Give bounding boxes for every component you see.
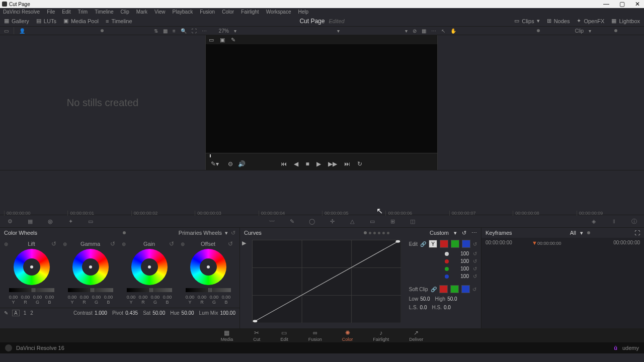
wheel-value[interactable]: 0.00 <box>126 295 136 300</box>
color-match-icon[interactable]: ▦ <box>25 217 35 225</box>
user-icon[interactable]: 👤 <box>19 28 25 34</box>
menu-fusion[interactable]: Fusion <box>200 9 215 15</box>
master-slider[interactable] <box>186 288 231 292</box>
slider-dot[interactable] <box>101 29 104 32</box>
viewer-scrubber[interactable] <box>206 153 437 158</box>
menu-view[interactable]: View <box>154 9 166 15</box>
wheel-value[interactable]: 0.00 <box>92 295 102 300</box>
mediapool-button[interactable]: ▣Media Pool <box>63 18 99 24</box>
menu-workspace[interactable]: Workspace <box>266 9 291 15</box>
menu-davinci[interactable]: DaVinci Resolve <box>3 9 40 15</box>
clips-button[interactable]: ▭Clips▾ <box>514 18 539 24</box>
master-slider[interactable] <box>68 288 113 292</box>
picker-icon[interactable]: ✎ <box>4 310 8 316</box>
menu-fairlight[interactable]: Fairlight <box>241 9 259 15</box>
page-fusion[interactable]: ∞Fusion <box>308 329 322 342</box>
adj-value[interactable]: 1.000 <box>95 310 107 316</box>
link-icon[interactable]: 🔗 <box>431 287 437 292</box>
menu-trim[interactable]: Trim <box>78 9 88 15</box>
luts-button[interactable]: ▤LUTs <box>36 18 56 24</box>
page-1[interactable]: 1 <box>24 310 27 316</box>
wheel-value[interactable]: 0.00 <box>67 295 77 300</box>
picker-icon[interactable]: ⊕ <box>181 241 185 247</box>
lightbox-button[interactable]: ▦Lightbox <box>611 18 640 24</box>
reset-icon[interactable]: ↺ <box>472 287 476 292</box>
more-icon[interactable]: ⋯ <box>202 28 207 34</box>
keyframe-mode-icon[interactable]: ◈ <box>589 217 599 225</box>
stop-button[interactable]: ■ <box>305 160 309 167</box>
wheel-value[interactable]: 0.00 <box>163 295 173 300</box>
channel-r-button[interactable] <box>440 240 448 248</box>
color-wheel[interactable] <box>190 249 226 285</box>
clip-timeline[interactable]: 00:00:00:00 00:00:00:01 00:00:00:02 00:0… <box>0 170 644 215</box>
split-icon[interactable]: ⊘ <box>413 28 417 34</box>
close-button[interactable]: ✕ <box>633 1 642 8</box>
picker-icon[interactable]: ⊕ <box>63 241 67 247</box>
dd2-icon[interactable]: ▾ <box>405 28 408 34</box>
next-frame-button[interactable]: ▶▶ <box>328 160 337 167</box>
last-frame-button[interactable]: ⏭ <box>344 160 350 167</box>
rgb-mixer-icon[interactable]: ✦ <box>65 217 75 225</box>
sort-icon[interactable]: ⇅ <box>154 28 158 34</box>
page-cut[interactable]: ✂Cut <box>253 329 260 342</box>
viewer-wand-icon[interactable]: ✎ <box>231 37 235 43</box>
color-wheels-icon[interactable]: ◎ <box>45 217 55 225</box>
master-slider[interactable] <box>9 288 54 292</box>
auto-icon[interactable]: A <box>12 310 20 316</box>
sc-r-button[interactable] <box>439 285 448 293</box>
sc-b-button[interactable] <box>461 285 470 293</box>
chevron-down-icon[interactable]: ▾ <box>454 230 457 236</box>
wheel-value[interactable]: 0.00 <box>104 295 114 300</box>
wheel-value[interactable]: 0.00 <box>150 295 160 300</box>
prev-frame-button[interactable]: ◀ <box>294 160 298 167</box>
menu-help[interactable]: Help <box>298 9 308 15</box>
color-wheel[interactable] <box>14 249 50 285</box>
keyframes-body[interactable]: 00:00:00:00 00:00:00:00 ▼00:00:00:00 <box>481 238 644 328</box>
page-deliver[interactable]: ↗Deliver <box>409 329 423 342</box>
nodes-button[interactable]: ⊞Nodes <box>547 18 570 24</box>
motion-icon[interactable]: ▭ <box>86 217 96 225</box>
expand-icon[interactable]: ⛶ <box>192 28 197 34</box>
reset-icon[interactable]: ↺ <box>51 240 56 247</box>
adj-value[interactable]: 50.00 <box>152 310 165 316</box>
hand-icon[interactable]: ✋ <box>450 28 456 34</box>
wheel-value[interactable]: 0.00 <box>21 295 31 300</box>
blur-icon[interactable]: △ <box>347 217 357 225</box>
reset-icon[interactable]: ↺ <box>473 258 477 264</box>
minimize-button[interactable]: — <box>601 1 611 8</box>
page-media[interactable]: ▦Media <box>221 329 233 342</box>
adj-value[interactable]: 50.00 <box>182 310 194 316</box>
menu-playback[interactable]: Playback <box>173 9 193 15</box>
histogram-toggle[interactable]: ▶ <box>240 238 248 328</box>
link-icon[interactable]: 🔗 <box>420 241 426 247</box>
wheel-value[interactable]: 0.00 <box>209 295 219 300</box>
bypass-icon[interactable]: ⊖ <box>228 160 233 167</box>
channel-y-button[interactable]: Y <box>429 240 437 248</box>
primaries-dropdown[interactable]: Primaries Wheels <box>179 230 222 236</box>
reset-icon[interactable]: ↺ <box>169 240 174 247</box>
key-icon[interactable]: ▭ <box>367 217 377 225</box>
reset-icon[interactable]: ↺ <box>473 251 477 256</box>
wheel-value[interactable]: 0.00 <box>45 295 55 300</box>
nodes-panel[interactable] <box>438 35 644 170</box>
page-2[interactable]: 2 <box>30 310 33 316</box>
curve-graph[interactable] <box>252 240 401 323</box>
color-wheel[interactable] <box>131 249 168 285</box>
openfx-button[interactable]: ✦OpenFX <box>577 18 604 24</box>
keyframes-all-dropdown[interactable]: All <box>570 230 576 236</box>
adj-value[interactable]: 0.435 <box>125 310 138 316</box>
camera-raw-icon[interactable]: ⚙ <box>5 217 15 225</box>
channel-g-button[interactable] <box>451 240 459 248</box>
grid-icon[interactable]: ▦ <box>163 28 168 34</box>
tracker-icon[interactable]: ✢ <box>327 217 337 225</box>
gallery-button[interactable]: ▦Gallery <box>4 18 29 24</box>
page-color[interactable]: ✺Color <box>342 329 353 342</box>
slider-dot[interactable] <box>123 231 126 234</box>
clip-dropdown[interactable]: Clip <box>575 28 584 34</box>
maximize-button[interactable]: ▢ <box>617 1 627 8</box>
picker-icon[interactable]: ⊕ <box>4 241 8 247</box>
sizing-icon[interactable]: ⊞ <box>387 217 397 225</box>
scopes-icon[interactable]: ⫴ <box>609 217 619 225</box>
menu-clip[interactable]: Clip <box>121 9 129 15</box>
reset-icon[interactable]: ↺ <box>473 274 477 279</box>
